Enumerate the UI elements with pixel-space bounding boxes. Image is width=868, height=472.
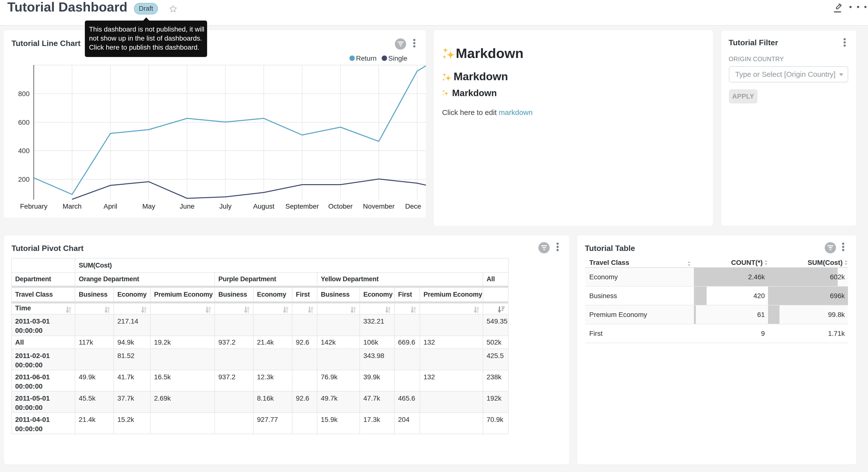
svg-text:Dece: Dece [405, 203, 421, 210]
svg-text:800: 800 [18, 90, 30, 97]
svg-text:October: October [329, 203, 353, 210]
svg-text:May: May [142, 203, 155, 210]
svg-text:Single: Single [388, 55, 407, 62]
svg-text:November: November [363, 203, 395, 210]
svg-text:February: February [20, 203, 48, 210]
svg-text:July: July [219, 203, 231, 210]
svg-text:Return: Return [356, 55, 376, 62]
svg-text:August: August [253, 203, 274, 210]
svg-text:200: 200 [18, 176, 30, 183]
svg-text:March: March [63, 203, 82, 210]
svg-text:September: September [285, 203, 319, 210]
svg-text:June: June [180, 203, 195, 210]
svg-text:400: 400 [18, 147, 30, 154]
svg-text:600: 600 [18, 119, 30, 126]
svg-text:April: April [104, 203, 117, 210]
